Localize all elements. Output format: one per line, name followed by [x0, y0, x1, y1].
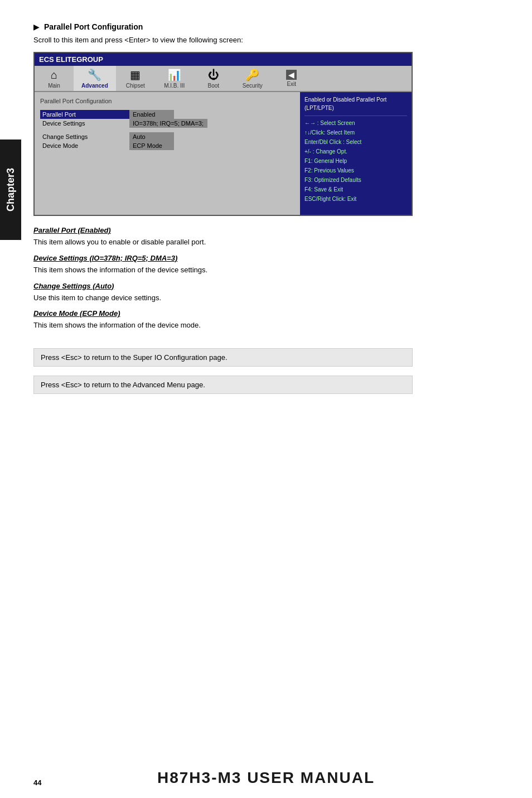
nav-mibi[interactable]: 📊 M.I.B. III	[155, 66, 194, 91]
item-device-settings: Device Settings (IO=378h; IRQ=5; DMA=3) …	[33, 254, 510, 276]
section-subtitle: Scroll to this item and press <Enter> to…	[33, 36, 510, 44]
bios-row-device-mode[interactable]: Device Mode ECP Mode	[40, 141, 294, 150]
item-device-mode-heading: Device Mode (ECP Mode)	[33, 309, 510, 318]
bios-screen: ECS ELITEGROUP ⌂ Main 🔧 Advanced ▦ Chips…	[33, 52, 413, 216]
nav-exit[interactable]: ◀ Exit	[272, 66, 311, 91]
device-settings-value: IO=378h; IRQ=5; DMA=3;	[129, 119, 207, 128]
help-key-9: ESC/Right Click: Exit	[304, 194, 407, 204]
section-title: Parallel Port Configuration	[44, 22, 143, 31]
nav-advanced[interactable]: 🔧 Advanced	[74, 66, 116, 91]
esc-box-2: Press <Esc> to return to the Advanced Me…	[33, 376, 413, 394]
mibi-icon: 📊	[167, 68, 181, 81]
nav-main[interactable]: ⌂ Main	[35, 66, 74, 91]
help-key-7: F3: Optimized Defaults	[304, 175, 407, 185]
change-settings-label: Change Settings	[40, 132, 129, 141]
help-key-4: +/- : Change Opt.	[304, 147, 407, 156]
bios-header: ECS ELITEGROUP	[35, 53, 412, 66]
help-key-3: Enter/Dbl Click : Select	[304, 137, 407, 147]
footer-title: H87H3-M3 USER MANUAL	[0, 769, 532, 787]
bios-navbar: ⌂ Main 🔧 Advanced ▦ Chipset 📊 M.I.B. III…	[35, 66, 412, 92]
chapter-label: Chapter3	[5, 168, 17, 211]
bios-body: Parallel Port Configuration Parallel Por…	[35, 92, 412, 215]
help-key-2: ↑↓/Click: Select Item	[304, 128, 407, 137]
bios-screen-title: Parallel Port Configuration	[40, 97, 294, 105]
item-parallel-port-desc: This item allows you to enable or disabl…	[33, 237, 510, 248]
section-arrow: ▶	[33, 22, 40, 31]
nav-chipset[interactable]: ▦ Chipset	[116, 66, 155, 91]
chapter-sidebar: Chapter3	[0, 140, 21, 240]
device-settings-label: Device Settings	[40, 119, 129, 128]
security-icon: 🔑	[245, 68, 259, 81]
item-change-settings: Change Settings (Auto) Use this item to …	[33, 282, 510, 304]
bios-right-panel: Enabled or Disabled Parallel Port (LPT/L…	[300, 92, 412, 215]
bios-left-panel: Parallel Port Configuration Parallel Por…	[35, 92, 300, 215]
item-parallel-port-heading: Parallel Port (Enabled)	[33, 226, 510, 234]
section-header: ▶ Parallel Port Configuration	[33, 22, 510, 31]
item-device-settings-heading: Device Settings (IO=378h; IRQ=5; DMA=3)	[33, 254, 510, 262]
help-key-6: F2: Previous Values	[304, 166, 407, 175]
device-mode-value: ECP Mode	[129, 141, 174, 150]
bios-help-keys: ←→ : Select Screen ↑↓/Click: Select Item…	[304, 118, 407, 204]
main-content: ▶ Parallel Port Configuration Scroll to …	[33, 0, 510, 394]
parallel-port-value: Enabled	[129, 110, 174, 119]
help-key-1: ←→ : Select Screen	[304, 118, 407, 128]
page-container: Chapter3 ▶ Parallel Port Configuration S…	[0, 0, 532, 798]
page-number: 44	[33, 778, 41, 787]
item-device-settings-desc: This item shows the information of the d…	[33, 265, 510, 276]
boot-icon: ⏻	[208, 69, 219, 81]
bios-help-top: Enabled or Disabled Parallel Port (LPT/L…	[304, 95, 407, 112]
bios-row-device-settings[interactable]: Device Settings IO=378h; IRQ=5; DMA=3;	[40, 119, 294, 128]
item-device-mode-desc: This item shows the information of the d…	[33, 320, 510, 331]
item-parallel-port: Parallel Port (Enabled) This item allows…	[33, 226, 510, 248]
wrench-icon: 🔧	[88, 68, 101, 81]
exit-icon: ◀	[286, 70, 297, 80]
page-footer: H87H3-M3 USER MANUAL	[0, 769, 532, 787]
help-key-8: F4: Save & Exit	[304, 185, 407, 194]
nav-security[interactable]: 🔑 Security	[233, 66, 272, 91]
home-icon: ⌂	[51, 69, 57, 81]
change-settings-value: Auto	[129, 132, 174, 141]
esc-box-1: Press <Esc> to return to the Super IO Co…	[33, 348, 413, 367]
parallel-port-label: Parallel Port	[40, 110, 129, 119]
nav-boot[interactable]: ⏻ Boot	[194, 66, 233, 91]
item-device-mode: Device Mode (ECP Mode) This item shows t…	[33, 309, 510, 331]
bios-brand: ECS ELITEGROUP	[39, 55, 103, 64]
item-change-settings-desc: Use this item to change device settings.	[33, 292, 510, 304]
chipset-icon: ▦	[130, 68, 141, 81]
bios-help-divider	[304, 116, 407, 116]
device-mode-label: Device Mode	[40, 141, 129, 150]
spacer	[33, 337, 510, 348]
help-key-5: F1: General Help	[304, 156, 407, 166]
bios-row-change-settings[interactable]: Change Settings Auto	[40, 132, 294, 141]
bios-row-parallel-port[interactable]: Parallel Port Enabled	[40, 110, 294, 119]
item-change-settings-heading: Change Settings (Auto)	[33, 282, 510, 290]
